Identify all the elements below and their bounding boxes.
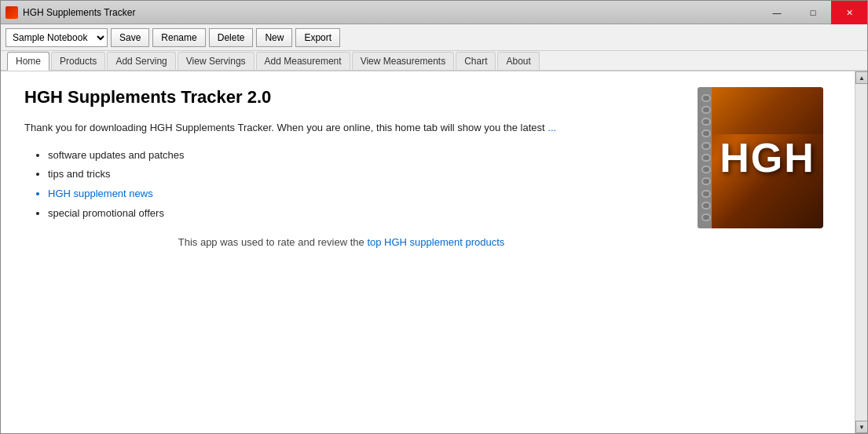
intro-ellipsis-link[interactable]: ... [548, 122, 556, 133]
logo-text: HGH [720, 134, 815, 181]
spine-ring-1 [701, 94, 711, 102]
tab-add-serving[interactable]: Add Serving [107, 52, 175, 70]
tab-home[interactable]: Home [7, 52, 49, 71]
spine-ring-3 [701, 118, 711, 126]
list-item-promos: special promotional offers [48, 204, 658, 224]
center-text-prefix: This app was used to rate and review the [178, 236, 364, 248]
tab-view-measurements[interactable]: View Measurements [352, 52, 455, 70]
tab-about[interactable]: About [497, 52, 539, 70]
toolbar: Sample Notebook Save Rename Delete New E… [1, 24, 867, 51]
logo-area: HGH [682, 71, 855, 433]
page-title: HGH Supplements Tracker 2.0 [24, 87, 658, 108]
spine-ring-6 [701, 154, 711, 162]
scrollbar: ▲ ▼ [855, 71, 867, 433]
tab-products[interactable]: Products [51, 52, 105, 70]
main-content: HGH Supplements Tracker 2.0 Thank you fo… [1, 71, 682, 433]
scroll-down-button[interactable]: ▼ [855, 421, 867, 433]
list-item-tips: tips and tricks [48, 165, 658, 184]
rename-button[interactable]: Rename [152, 28, 205, 47]
content-area: HGH Supplements Tracker 2.0 Thank you fo… [1, 71, 867, 433]
spine-ring-8 [701, 177, 711, 185]
window-title: HGH Supplements Tracker [23, 7, 135, 18]
minimize-button[interactable]: — [759, 1, 795, 24]
title-bar: HGH Supplements Tracker — □ ✕ [1, 1, 867, 24]
center-paragraph: This app was used to rate and review the… [24, 236, 658, 248]
new-button[interactable]: New [256, 28, 292, 47]
tab-chart[interactable]: Chart [456, 52, 496, 70]
scroll-track[interactable] [855, 84, 867, 421]
top-hgh-link[interactable]: top HGH supplement products [367, 236, 504, 248]
spine-ring-9 [701, 190, 711, 198]
list-item-updates: software updates and patches [48, 146, 658, 166]
spine-ring-5 [701, 142, 711, 150]
maximize-button[interactable]: □ [795, 1, 831, 24]
spine-ring-2 [701, 106, 711, 114]
main-window: HGH Supplements Tracker — □ ✕ Sample Not… [0, 0, 868, 434]
spine-ring-7 [701, 166, 711, 173]
intro-paragraph: Thank you for downloading HGH Supplement… [24, 120, 658, 137]
tab-view-servings[interactable]: View Servings [178, 52, 255, 70]
spine-ring-10 [701, 202, 711, 210]
bullet-list: software updates and patches tips and tr… [48, 146, 658, 224]
app-icon [5, 6, 18, 19]
window-controls: — □ ✕ [759, 1, 867, 24]
close-button[interactable]: ✕ [831, 1, 867, 24]
tab-add-measurement[interactable]: Add Measurement [256, 52, 350, 70]
tab-bar: Home Products Add Serving View Servings … [1, 51, 867, 71]
spine-ring-11 [701, 213, 711, 221]
export-button[interactable]: Export [295, 28, 340, 47]
save-button[interactable]: Save [111, 28, 149, 47]
scroll-up-button[interactable]: ▲ [855, 71, 867, 84]
notebook-cover: HGH [712, 87, 823, 228]
delete-button[interactable]: Delete [209, 28, 254, 47]
list-item-hgh-news: HGH supplement news [48, 184, 658, 204]
spine-ring-4 [701, 129, 711, 137]
notebook-select[interactable]: Sample Notebook [5, 28, 108, 47]
intro-text-main: Thank you for downloading HGH Supplement… [24, 122, 545, 133]
hgh-logo: HGH [698, 87, 823, 228]
title-bar-left: HGH Supplements Tracker [5, 6, 135, 19]
